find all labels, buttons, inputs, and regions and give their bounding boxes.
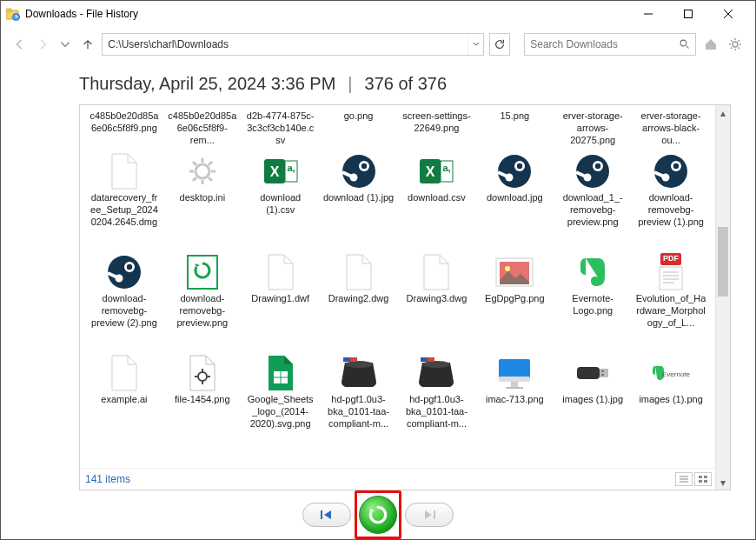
file-item[interactable]: Google_Sheets_logo_(2014-2020).svg.png: [243, 350, 318, 451]
sheets-icon: [258, 352, 303, 394]
address-input[interactable]: [103, 38, 468, 50]
forward-button[interactable]: [34, 35, 51, 54]
file-item[interactable]: 15.png: [477, 109, 552, 149]
file-label: images (1).jpg: [562, 394, 623, 406]
imac-icon: [492, 352, 537, 394]
file-label: datarecovery_free_Setup_20240204.2645.dm…: [89, 192, 160, 228]
file-item[interactable]: file-1454.png: [165, 350, 240, 451]
file-label: download-removebg-preview (2).png: [89, 293, 160, 329]
file-item[interactable]: datarecovery_free_Setup_20240204.2645.dm…: [87, 149, 162, 250]
file-item[interactable]: go.png: [322, 109, 396, 149]
file-item[interactable]: download-removebg-preview (1).png: [633, 149, 708, 250]
file-item[interactable]: erver-storage-arrows-20275.png: [555, 109, 630, 149]
file-label: c485b0e20d85a6e06c5f8f9.png: [89, 110, 160, 135]
file-item[interactable]: download-removebg-preview.png: [165, 250, 240, 350]
excel-icon: Xa,: [258, 150, 303, 192]
svg-point-72: [345, 361, 373, 368]
file-item[interactable]: example.ai: [87, 350, 162, 451]
file-item[interactable]: erver-storage-arrows-black-ou...: [633, 109, 708, 149]
steam-icon: [648, 150, 693, 192]
file-label: desktop.ini: [180, 192, 226, 204]
file-item[interactable]: imac-713.png: [477, 350, 552, 451]
file-item[interactable]: c485b0e20d85a6e06c5f8f9.png: [87, 109, 162, 149]
file-label: download.csv: [408, 192, 466, 204]
file-pane: c485b0e20d85a6e06c5f8f9.pngc485b0e20d85a…: [79, 104, 731, 490]
previous-version-button[interactable]: [302, 503, 351, 527]
file-item[interactable]: Drawing2.dwg: [322, 250, 396, 350]
view-icons-button[interactable]: [694, 472, 712, 486]
recent-dropdown[interactable]: [56, 35, 74, 54]
file-label: EgDpgPg.png: [485, 293, 545, 305]
minimize-button[interactable]: [628, 1, 668, 27]
file-item[interactable]: screen-settings-22649.png: [400, 109, 474, 149]
scroll-thumb[interactable]: [718, 227, 728, 297]
file-grid[interactable]: c485b0e20d85a6e06c5f8f9.pngc485b0e20d85a…: [80, 105, 715, 468]
svg-rect-85: [601, 374, 604, 376]
file-label: file-1454.png: [175, 394, 230, 406]
svg-rect-91: [704, 476, 707, 478]
file-item[interactable]: desktop.ini: [165, 149, 240, 250]
svg-rect-79: [499, 377, 530, 382]
file-item[interactable]: Drawing1.dwf: [243, 250, 318, 350]
next-version-button[interactable]: [405, 503, 454, 527]
svg-rect-95: [434, 510, 435, 519]
file-item[interactable]: hd-pgf1.0u3-bka_0101-taa-compliant-m...: [400, 350, 474, 451]
file-label: Drawing3.dwg: [407, 293, 468, 305]
hdd-icon: [414, 352, 459, 394]
file-label: hd-pgf1.0u3-bka_0101-taa-compliant-m...: [401, 394, 473, 430]
search-box[interactable]: [524, 33, 696, 56]
blank-icon: [102, 352, 147, 394]
file-item[interactable]: Xa,download (1).csv: [243, 149, 318, 250]
svg-rect-74: [343, 357, 350, 362]
file-item[interactable]: hd-pgf1.0u3-bka_0101-taa-compliant-m...: [322, 350, 396, 451]
address-bar[interactable]: [102, 33, 484, 56]
svg-point-75: [422, 361, 450, 368]
file-item[interactable]: d2b-4774-875c-3c3cf3cb140e.csv: [243, 109, 318, 149]
steam-icon: [492, 150, 537, 192]
svg-point-7: [680, 40, 686, 46]
restore-button[interactable]: [359, 496, 397, 534]
file-label: download-removebg-preview.png: [167, 293, 238, 329]
scroll-down-arrow[interactable]: ▾: [716, 475, 730, 490]
scroll-up-arrow[interactable]: ▴: [716, 105, 730, 120]
file-item[interactable]: images (1).jpg: [555, 350, 630, 451]
blank-icon: [258, 251, 303, 293]
file-item[interactable]: PDFEvolution_of_Hardware_Morphology_of_L…: [633, 250, 708, 350]
svg-rect-80: [511, 382, 518, 387]
file-item[interactable]: download_1_-removebg-preview.png: [555, 149, 630, 250]
settings-button[interactable]: [726, 34, 745, 55]
file-item[interactable]: c485b0e20d85a6e06c5f8f9-rem...: [165, 109, 240, 149]
file-item[interactable]: Evernote-Logo.png: [555, 250, 630, 350]
content-wrap: Thursday, April 25, 2024 3:36 PM | 376 o…: [1, 62, 755, 490]
up-button[interactable]: [79, 35, 96, 54]
search-input[interactable]: [525, 38, 674, 50]
file-item[interactable]: Drawing3.dwg: [400, 250, 474, 350]
file-item[interactable]: download (1).jpg: [322, 149, 396, 250]
file-item[interactable]: Xa,download.csv: [400, 149, 474, 250]
maximize-button[interactable]: [668, 1, 708, 27]
snapshot-position: 376 of 376: [365, 74, 448, 94]
file-label: go.png: [344, 110, 374, 123]
file-item[interactable]: EgDpgPg.png: [477, 250, 552, 350]
title-bar: Downloads - File History: [1, 1, 755, 27]
file-label: Evernote-Logo.png: [557, 293, 628, 317]
file-item[interactable]: download.jpg: [477, 149, 552, 250]
address-dropdown[interactable]: [468, 34, 483, 55]
item-count: 141 items: [85, 473, 130, 485]
close-button[interactable]: [708, 1, 748, 27]
photo-icon: [492, 251, 537, 293]
home-button[interactable]: [701, 34, 720, 55]
file-label: Evolution_of_Hardware_Morphology_of_L...: [635, 293, 706, 329]
view-details-button[interactable]: [675, 472, 693, 486]
search-icon[interactable]: [674, 39, 695, 50]
vertical-scrollbar[interactable]: ▴ ▾: [715, 105, 730, 490]
file-item[interactable]: Evernoteimages (1).png: [633, 350, 708, 451]
file-item[interactable]: download-removebg-preview (2).png: [87, 250, 162, 350]
svg-rect-1: [6, 9, 11, 11]
back-button[interactable]: [11, 35, 29, 54]
file-label: 15.png: [500, 110, 529, 123]
svg-point-49: [673, 163, 679, 169]
refresh-button[interactable]: [489, 33, 510, 56]
svg-point-39: [498, 155, 531, 188]
svg-point-9: [733, 42, 738, 47]
